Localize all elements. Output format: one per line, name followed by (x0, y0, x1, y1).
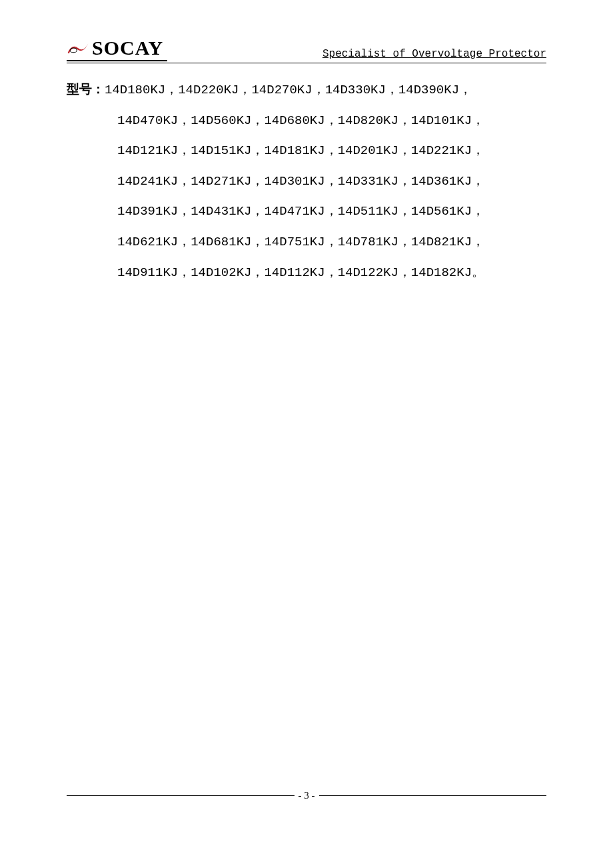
page-header: SOCAY Specialist of Overvoltage Protecto… (67, 37, 546, 63)
brand-name: SOCAY (92, 37, 163, 59)
footer-inner: - 3 - (67, 790, 546, 801)
model-list-row: 14D621KJ，14D681KJ，14D751KJ，14D781KJ，14D8… (67, 227, 546, 258)
page-footer: - 3 - (67, 790, 546, 801)
model-list-row: 14D121KJ，14D151KJ，14D181KJ，14D201KJ，14D2… (67, 136, 546, 167)
footer-rule-left (67, 795, 295, 796)
page-container: SOCAY Specialist of Overvoltage Protecto… (0, 0, 613, 868)
brand-logo-icon (67, 39, 89, 57)
model-row-text: 14D911KJ，14D102KJ，14D112KJ，14D122KJ，14D1… (117, 265, 484, 280)
brand-tagline: Specialist of Overvoltage Protector (322, 48, 546, 61)
model-list-row: 14D391KJ，14D431KJ，14D471KJ，14D511KJ，14D5… (67, 197, 546, 227)
model-row-text: 14D391KJ，14D431KJ，14D471KJ，14D511KJ，14D5… (117, 204, 484, 219)
model-list-row: 14D241KJ，14D271KJ，14D301KJ，14D331KJ，14D3… (67, 167, 546, 197)
model-row-text: 14D241KJ，14D271KJ，14D301KJ，14D331KJ，14D3… (117, 174, 484, 189)
page-number: - 3 - (295, 790, 319, 801)
footer-rule-right (319, 795, 547, 796)
model-list-row: 14D470KJ，14D560KJ，14D680KJ，14D820KJ，14D1… (67, 106, 546, 137)
model-row-text: 14D470KJ，14D560KJ，14D680KJ，14D820KJ，14D1… (117, 113, 484, 128)
model-list-row-first: 型号：14D180KJ，14D220KJ，14D270KJ，14D330KJ，1… (67, 75, 546, 106)
model-row-text: 14D180KJ，14D220KJ，14D270KJ，14D330KJ，14D3… (105, 83, 472, 97)
logo-block: SOCAY (67, 37, 167, 61)
model-list-section: 型号：14D180KJ，14D220KJ，14D270KJ，14D330KJ，1… (67, 75, 546, 288)
model-list-row: 14D911KJ，14D102KJ，14D112KJ，14D122KJ，14D1… (67, 258, 546, 289)
model-row-text: 14D621KJ，14D681KJ，14D751KJ，14D781KJ，14D8… (117, 235, 484, 249)
model-row-text: 14D121KJ，14D151KJ，14D181KJ，14D201KJ，14D2… (117, 143, 484, 158)
svg-point-0 (70, 48, 77, 53)
model-label: 型号： (67, 83, 105, 97)
